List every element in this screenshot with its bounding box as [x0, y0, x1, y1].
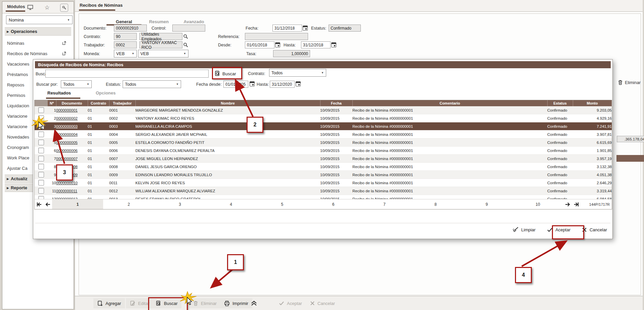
page-number[interactable]: 3 [154, 199, 205, 209]
table-row[interactable]: 70000000007010007JOSE MIGUEL LEON HERNAN… [35, 155, 612, 163]
document-link[interactable]: 0000000005 [56, 141, 78, 145]
tasa-field[interactable]: 1,000000 [273, 50, 310, 57]
column-header[interactable]: Trabajador [109, 100, 135, 106]
calendar-icon[interactable] [331, 42, 336, 47]
row-checkbox[interactable] [38, 140, 44, 145]
toolbar-aceptar-button[interactable]: Aceptar [275, 298, 306, 308]
row-checkbox[interactable] [38, 131, 44, 137]
calendar-icon[interactable] [296, 81, 301, 86]
page-number[interactable]: 10 [512, 199, 563, 209]
page-number[interactable]: 4 [206, 199, 257, 209]
open-external-icon[interactable] [62, 41, 67, 46]
table-row[interactable]: 20000000002010002YANTONY AXIMAC RICO REY… [35, 114, 612, 122]
table-row[interactable]: 60000000006010006DENESIS DAYANA COLMENAR… [35, 147, 612, 155]
tab-opciones[interactable]: Opciones [96, 90, 116, 95]
contrato-code-field[interactable]: 90 [114, 33, 137, 40]
table-row[interactable]: 100000000010010011KELVIN JOSE RICO REYES… [35, 179, 612, 187]
eliminar-button[interactable]: Eliminar [189, 298, 221, 308]
fecha-desde-input[interactable]: 01/01/2005 [223, 81, 248, 88]
column-header[interactable]: Estatus [547, 100, 573, 106]
page-number[interactable]: 1 [52, 199, 103, 209]
row-checkbox[interactable] [38, 164, 44, 169]
column-header[interactable]: Monto [573, 100, 612, 106]
toolbar-cancelar-button[interactable]: Cancelar [306, 298, 339, 308]
table-row[interactable]: 40000000004010004SERGIO ALEXANDER JAVIER… [35, 130, 612, 139]
module-select[interactable]: Nomina ▼ [6, 15, 73, 24]
favorites-star-icon[interactable]: ☆ [43, 4, 51, 11]
column-header[interactable]: Nombre [135, 100, 320, 106]
select-all-header[interactable] [35, 100, 47, 106]
page-number[interactable]: 8 [410, 199, 461, 209]
table-row[interactable]: 10000000001010001MARGEORE MARGARET MENDO… [35, 106, 612, 114]
table-row[interactable]: 110000000011010012WILLIAM ALEXANDER MARQ… [35, 187, 612, 195]
estatus-field[interactable]: Confirmado [329, 25, 361, 32]
sidebar-item[interactable]: Nóminas [5, 38, 71, 48]
contrato-name-field[interactable]: Utilidades Empleados [139, 33, 182, 40]
row-checkbox[interactable] [38, 172, 44, 178]
next-page-icon[interactable] [563, 202, 572, 207]
column-header[interactable]: Nº [47, 100, 56, 106]
first-page-icon[interactable] [35, 202, 43, 207]
trabajador-name-field[interactable]: YANTONY AXIMAC RICO [139, 41, 182, 48]
document-link[interactable]: 0000000002 [56, 116, 78, 120]
document-link[interactable]: 0000000011 [56, 189, 77, 193]
limpiar-button[interactable]: Limpiar [512, 227, 536, 233]
table-row[interactable]: 80000000008010008DANIEL JESUS GARCIA ORE… [35, 163, 612, 171]
collapse-toolbar-icon[interactable] [250, 300, 258, 308]
key-icon[interactable] [60, 4, 68, 12]
tab-resultados[interactable]: Resultados [47, 90, 71, 95]
search-icon[interactable] [183, 42, 188, 48]
search-icon[interactable] [183, 34, 188, 39]
window-tab-recibos[interactable]: Recibos de Nóminas [80, 3, 123, 8]
row-checkbox[interactable] [38, 180, 44, 186]
prev-page-icon[interactable] [43, 202, 52, 207]
buscar-input[interactable] [45, 70, 209, 78]
last-page-icon[interactable] [572, 202, 581, 207]
page-number[interactable]: 5 [257, 199, 308, 209]
tab-modulos[interactable]: Módulos [7, 4, 25, 9]
tab-resumen[interactable]: Resumen [141, 19, 176, 24]
page-number[interactable]: 7 [359, 199, 410, 209]
row-checkbox[interactable] [38, 107, 44, 113]
document-link[interactable]: 0000000010 [56, 181, 78, 185]
contrato-select[interactable]: Todos▼ [269, 69, 326, 77]
row-checkbox[interactable] [38, 148, 44, 153]
document-link[interactable]: 0000000007 [56, 157, 78, 161]
estatus-filter-select[interactable]: Todos▼ [123, 80, 181, 88]
column-header[interactable]: Documento [56, 100, 88, 106]
open-external-icon[interactable] [62, 51, 67, 57]
cancelar-button[interactable]: Cancelar [582, 227, 607, 232]
page-number[interactable]: 9 [461, 199, 512, 209]
row-checkbox[interactable] [38, 188, 44, 194]
tab-general[interactable]: General [106, 19, 141, 24]
buscar-por-select[interactable]: Todos▼ [61, 80, 92, 88]
desktop-monitor-icon[interactable] [27, 4, 34, 11]
fecha-field[interactable]: 31/12/2018 [272, 25, 302, 32]
sidebar-section-operaciones[interactable]: ▶ Operaciones [5, 27, 71, 36]
documento-field[interactable]: 0000002910 [114, 25, 147, 32]
imprimir-button[interactable]: Imprimir [220, 298, 252, 308]
sidebar-item[interactable]: Recibos de Nóminas [5, 48, 71, 59]
document-link[interactable]: 0000000004 [56, 132, 78, 137]
table-row[interactable]: 50000000005010005ESTELA COROMOTO FANDIÑO… [35, 139, 612, 147]
row-checkbox[interactable] [38, 115, 44, 121]
column-header[interactable]: Fecha [320, 100, 352, 106]
control-field[interactable] [172, 25, 205, 32]
moneda-select-2[interactable]: VEB▼ [138, 50, 188, 57]
document-link[interactable]: 0000000006 [56, 149, 78, 153]
row-checkbox[interactable] [38, 156, 44, 161]
page-number[interactable]: 6 [308, 199, 359, 209]
column-header[interactable]: Comentario [352, 100, 547, 106]
referencia-field[interactable] [245, 33, 308, 40]
tab-avanzado[interactable]: Avanzado [176, 19, 211, 24]
hasta-filter-input[interactable]: 31/12/2020 [270, 81, 295, 88]
grid-eliminar-button[interactable]: Eliminar [618, 80, 641, 85]
row-checkbox[interactable] [38, 123, 44, 129]
agregar-button[interactable]: Agregar [93, 298, 125, 308]
desde-field[interactable]: 01/01/2018 [245, 41, 274, 48]
calendar-icon[interactable] [303, 26, 308, 31]
table-row[interactable]: 90000000009010009EDINSON LEANDRO MORALES… [35, 171, 612, 179]
table-row[interactable]: 30000000003010003MARIANELLA ALCIRA CAMPO… [35, 122, 612, 130]
column-header[interactable]: Contrato [88, 100, 109, 106]
trabajador-code-field[interactable]: 0002 [114, 41, 137, 48]
